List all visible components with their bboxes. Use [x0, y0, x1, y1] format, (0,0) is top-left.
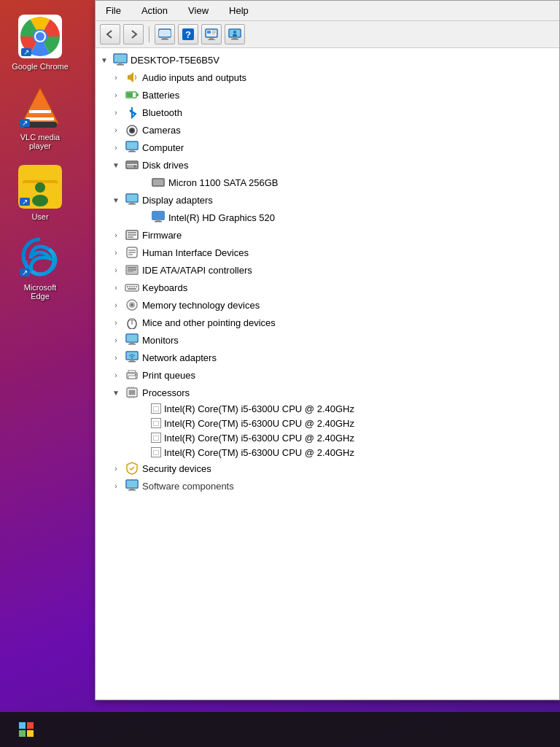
svg-rect-26 [161, 39, 168, 40]
device-manager-icon-btn[interactable] [155, 24, 175, 44]
memory-toggle[interactable]: › [110, 299, 122, 311]
firmware-icon [125, 228, 139, 242]
svg-point-93 [131, 304, 133, 306]
tree-item-computer[interactable]: › Computer [96, 139, 559, 156]
software-toggle[interactable]: › [110, 480, 122, 492]
root-label: DESKTOP-T5E6B5V [131, 55, 219, 66]
start-button[interactable] [12, 715, 41, 744]
svg-rect-89 [136, 286, 137, 287]
tree-item-monitors[interactable]: › Monitors [96, 331, 559, 349]
ide-label: IDE ATA/ATAPI controllers [142, 265, 252, 276]
cpu3-icon: □ [151, 433, 161, 443]
hid-toggle[interactable]: › [110, 247, 122, 258]
mice-toggle[interactable]: › [110, 317, 122, 328]
processors-toggle[interactable]: ▼ [110, 387, 122, 398]
tree-item-security[interactable]: › Security devices [96, 460, 559, 477]
network-label: Network adapters [142, 352, 217, 363]
svg-rect-104 [128, 361, 136, 363]
tree-item-display[interactable]: ▼ Display adapters [96, 191, 559, 209]
cameras-toggle[interactable]: › [110, 124, 122, 136]
ide-icon [125, 263, 139, 277]
firmware-toggle[interactable]: › [110, 229, 122, 241]
cameras-label: Cameras [142, 125, 181, 136]
disk-icon [125, 158, 139, 172]
svg-rect-35 [208, 39, 215, 40]
bluetooth-toggle[interactable]: › [110, 107, 122, 118]
edge-icon-item[interactable]: ↗ MicrosoftEdge [7, 236, 73, 301]
keyboards-toggle[interactable]: › [110, 282, 122, 293]
tree-item-ide[interactable]: › IDE ATA/ATAPI controllers [96, 261, 559, 279]
svg-rect-122 [128, 489, 136, 491]
tree-content[interactable]: ▼ DESKTOP-T5E6B5V › [96, 48, 559, 700]
bluetooth-label: Bluetooth [142, 107, 182, 118]
audio-toggle[interactable]: › [110, 71, 122, 83]
menu-help[interactable]: Help [225, 4, 253, 18]
monitors-toggle[interactable]: › [110, 334, 122, 346]
monitor-button[interactable] [225, 24, 245, 44]
svg-rect-124 [27, 722, 34, 729]
svg-text:↗: ↗ [22, 198, 28, 206]
view-button[interactable] [201, 24, 222, 44]
svg-rect-90 [128, 288, 136, 290]
tree-item-disk-child[interactable]: › Micron 1100 SATA 256GB [96, 174, 559, 191]
tree-root[interactable]: ▼ DESKTOP-T5E6B5V [96, 51, 559, 69]
tree-item-cpu3[interactable]: › □ Intel(R) Core(TM) i5-6300U CPU @ 2.4… [96, 430, 559, 445]
svg-rect-34 [209, 38, 214, 39]
tree-item-cpu2[interactable]: › □ Intel(R) Core(TM) i5-6300U CPU @ 2.4… [96, 416, 559, 430]
tree-item-keyboards[interactable]: › Keyboards [96, 279, 559, 296]
device-manager-window: File Action View Help [95, 0, 560, 700]
keyboards-label: Keyboards [142, 282, 187, 293]
ide-toggle[interactable]: › [110, 264, 122, 276]
batteries-toggle[interactable]: › [110, 89, 122, 101]
tree-item-processors[interactable]: ▼ Processors [96, 384, 559, 401]
tree-item-display-child[interactable]: › Intel(R) HD Graphics 520 [96, 209, 559, 226]
vlc-icon-item[interactable]: ↗ VLC mediaplayer [7, 85, 73, 150]
tree-item-bluetooth[interactable]: › Bluetooth [96, 104, 559, 121]
display-toggle[interactable]: ▼ [110, 194, 122, 206]
tree-item-mice[interactable]: › Mice and other pointing devices [96, 314, 559, 331]
security-toggle[interactable]: › [110, 462, 122, 474]
svg-marker-46 [128, 72, 133, 82]
monitors-label: Monitors [142, 335, 179, 346]
tree-item-software[interactable]: › Software components [96, 477, 559, 495]
svg-rect-126 [27, 730, 34, 737]
tree-item-cameras[interactable]: › Cameras [96, 121, 559, 139]
menu-file[interactable]: File [101, 4, 125, 18]
svg-rect-62 [153, 179, 163, 185]
print-toggle[interactable]: › [110, 369, 122, 381]
disk-child-label: Micron 1100 SATA 256GB [168, 177, 279, 188]
forward-button[interactable] [123, 24, 144, 44]
taskbar [0, 712, 560, 747]
menu-view[interactable]: View [184, 4, 213, 18]
print-icon [125, 368, 139, 382]
tree-item-disk[interactable]: ▼ Disk drives [96, 156, 559, 174]
root-toggle[interactable]: ▼ [98, 54, 110, 66]
user-icon-item[interactable]: ↗ User [7, 165, 73, 221]
help-button[interactable]: ? [178, 24, 198, 44]
software-label: Software components [142, 481, 234, 492]
tree-item-firmware[interactable]: › Firmware [96, 226, 559, 244]
desktop: ↗ Google Chrome ↗ [0, 0, 560, 747]
menu-action[interactable]: Action [137, 4, 172, 18]
tree-item-audio[interactable]: › Audio inputs and outputs [96, 69, 559, 86]
back-button[interactable] [100, 24, 120, 44]
svg-point-4 [36, 32, 44, 41]
tree-item-memory[interactable]: › Memory technology devices [96, 296, 559, 314]
tree-item-batteries[interactable]: › Batteries [96, 86, 559, 104]
tree-item-cpu4[interactable]: › □ Intel(R) Core(TM) i5-6300U CPU @ 2.4… [96, 445, 559, 460]
svg-rect-44 [118, 63, 122, 64]
svg-rect-83 [128, 271, 133, 272]
network-toggle[interactable]: › [110, 352, 122, 363]
chrome-icon-item[interactable]: ↗ Google Chrome [7, 15, 73, 71]
tree-item-network[interactable]: › Network adapters [96, 349, 559, 366]
tree-item-cpu1[interactable]: › □ Intel(R) Core(TM) i5-6300U CPU @ 2.4… [96, 401, 559, 416]
tree-item-hid[interactable]: › Human Interface Devices [96, 244, 559, 261]
computer-toggle[interactable]: › [110, 142, 122, 153]
audio-icon [125, 70, 139, 85]
tree-item-print[interactable]: › Print queues [96, 366, 559, 384]
svg-rect-86 [129, 286, 131, 287]
svg-rect-76 [128, 249, 136, 251]
svg-rect-45 [117, 64, 124, 66]
menu-bar: File Action View Help [96, 1, 559, 21]
disk-toggle[interactable]: ▼ [110, 159, 122, 171]
